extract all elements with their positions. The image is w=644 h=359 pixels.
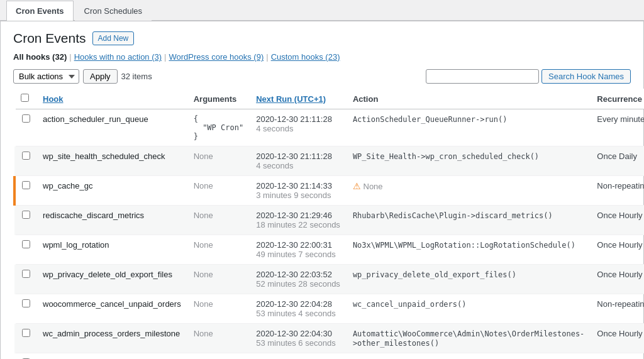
row-hook: wc_admin_process_orders_milestone	[36, 324, 187, 353]
filter-wp-core-hooks[interactable]: WordPress core hooks (9)	[169, 52, 264, 62]
row-checkbox-cell	[14, 206, 36, 235]
row-next-run: 2020-12-30 21:14:333 minutes 9 seconds	[250, 176, 347, 206]
row-hook: wpml_log_rotation	[36, 235, 187, 265]
row-checkbox-cell	[14, 294, 36, 324]
col-header-cb	[14, 89, 36, 109]
row-next-run: 2020-12-30 22:04:4053 minutes 16 seconds	[250, 353, 347, 360]
row-action: WordfenceLS\Controller_Time->_wordfence_…	[347, 353, 591, 360]
items-count: 32 items	[121, 72, 152, 81]
row-next-run: 2020-12-30 22:04:2853 minutes 4 seconds	[250, 294, 347, 324]
row-checkbox[interactable]	[22, 181, 30, 189]
row-next-run: 2020-12-30 21:29:4618 minutes 22 seconds	[250, 206, 347, 235]
row-hook: woocommerce_cancel_unpaid_orders	[36, 294, 187, 324]
row-checkbox[interactable]	[22, 211, 30, 219]
search-wrap: Search Hook Names	[426, 69, 631, 84]
select-all-checkbox[interactable]	[21, 94, 29, 102]
row-arguments: None	[187, 206, 250, 235]
filter-all-hooks[interactable]: All hooks (32)	[13, 52, 67, 62]
bulk-actions-wrap: Bulk actions Apply 32 items	[13, 69, 152, 84]
row-hook: wp_cache_gc	[36, 176, 187, 206]
row-recurrence: Once Hourly	[591, 265, 644, 294]
col-header-arguments: Arguments	[187, 89, 250, 109]
row-recurrence: Every minute	[591, 109, 644, 146]
row-arguments: None	[187, 265, 250, 294]
search-button[interactable]: Search Hook Names	[541, 69, 631, 84]
row-checkbox-cell	[14, 109, 36, 146]
row-checkbox[interactable]	[22, 152, 30, 160]
row-next-run: 2020-12-30 21:11:284 seconds	[250, 146, 347, 176]
row-action: Automattic\WooCommerce\Admin\Notes\Order…	[347, 324, 591, 353]
row-hook: wp_site_health_scheduled_check	[36, 146, 187, 176]
filter-hooks-no-action[interactable]: Hooks with no action (3)	[74, 52, 162, 62]
col-header-action: Action	[347, 89, 591, 109]
row-checkbox[interactable]	[22, 270, 30, 278]
row-next-run: 2020-12-30 22:04:3053 minutes 6 seconds	[250, 324, 347, 353]
main-content: Cron Events Add New All hooks (32) | Hoo…	[0, 21, 644, 359]
row-next-run: 2020-12-30 21:11:284 seconds	[250, 109, 347, 146]
filter-row: All hooks (32) | Hooks with no action (3…	[13, 52, 631, 62]
row-action: Rhubarb\RedisCache\Plugin->discard_metri…	[347, 206, 591, 235]
row-checkbox-cell	[14, 353, 36, 360]
apply-button[interactable]: Apply	[83, 69, 118, 84]
page-title-row: Cron Events Add New	[13, 31, 631, 46]
col-header-recurrence: Recurrence	[591, 89, 644, 109]
table-row: wp_privacy_delete_old_export_filesNone20…	[14, 265, 644, 294]
row-action: ActionScheduler_QueueRunner->run()	[347, 109, 591, 146]
row-arguments: { "WP Cron" }	[187, 109, 250, 146]
row-arguments: None	[187, 353, 250, 360]
table-row: wordfence_ls_ntp_cronNone2020-12-30 22:0…	[14, 353, 644, 360]
row-checkbox-cell	[14, 146, 36, 176]
row-recurrence: Once Daily	[591, 146, 644, 176]
row-recurrence: Once Hourly	[591, 353, 644, 360]
table-row: wp_cache_gcNone2020-12-30 21:14:333 minu…	[14, 176, 644, 206]
row-action: No3x\WPML\WPML_LogRotation::LogRotationS…	[347, 235, 591, 265]
cron-events-table: Hook Arguments Next Run (UTC+1) Action R…	[13, 89, 644, 359]
table-row: action_scheduler_run_queue{ "WP Cron" }2…	[14, 109, 644, 146]
table-row: rediscache_discard_metricsNone2020-12-30…	[14, 206, 644, 235]
row-action: WP_Site_Health->wp_cron_scheduled_check(…	[347, 146, 591, 176]
col-header-next-run[interactable]: Next Run (UTC+1)	[250, 89, 347, 109]
row-arguments: None	[187, 235, 250, 265]
row-checkbox[interactable]	[22, 240, 30, 248]
row-arguments: None	[187, 324, 250, 353]
warning-icon: ⚠	[353, 181, 361, 191]
add-new-button[interactable]: Add New	[92, 31, 135, 45]
row-arguments: None	[187, 294, 250, 324]
bulk-actions-select[interactable]: Bulk actions	[13, 69, 79, 84]
row-arguments: None	[187, 146, 250, 176]
tab-cron-events[interactable]: Cron Events	[6, 1, 74, 21]
row-hook: wordfence_ls_ntp_cron	[36, 353, 187, 360]
filter-custom-hooks[interactable]: Custom hooks (23)	[271, 52, 340, 62]
row-hook: rediscache_discard_metrics	[36, 206, 187, 235]
row-next-run: 2020-12-30 22:03:5252 minutes 28 seconds	[250, 265, 347, 294]
table-row: woocommerce_cancel_unpaid_ordersNone2020…	[14, 294, 644, 324]
tab-cron-schedules[interactable]: Cron Schedules	[75, 1, 152, 21]
row-checkbox[interactable]	[22, 299, 30, 307]
row-next-run: 2020-12-30 22:00:3149 minutes 7 seconds	[250, 235, 347, 265]
row-hook: action_scheduler_run_queue	[36, 109, 187, 146]
row-checkbox-cell	[14, 235, 36, 265]
row-arguments: None	[187, 176, 250, 206]
row-recurrence: Once Hourly	[591, 235, 644, 265]
row-checkbox[interactable]	[22, 329, 30, 337]
row-recurrence: Once Hourly	[591, 206, 644, 235]
row-checkbox[interactable]	[22, 114, 30, 123]
row-action: wp_privacy_delete_old_export_files()	[347, 265, 591, 294]
row-hook: wp_privacy_delete_old_export_files	[36, 265, 187, 294]
row-recurrence: Once Hourly	[591, 324, 644, 353]
table-row: wc_admin_process_orders_milestoneNone202…	[14, 324, 644, 353]
row-action: wc_cancel_unpaid_orders()	[347, 294, 591, 324]
col-header-hook[interactable]: Hook	[36, 89, 187, 109]
page-title: Cron Events	[13, 31, 86, 46]
table-row: wpml_log_rotationNone2020-12-30 22:00:31…	[14, 235, 644, 265]
row-checkbox-cell	[14, 324, 36, 353]
tabs-bar: Cron Events Cron Schedules	[0, 0, 644, 21]
row-recurrence: Non-repeating	[591, 294, 644, 324]
row-checkbox-cell	[14, 265, 36, 294]
search-input[interactable]	[426, 69, 539, 84]
row-checkbox-cell	[14, 176, 36, 206]
toolbar-row: Bulk actions Apply 32 items Search Hook …	[13, 69, 631, 84]
row-action: ⚠ None	[347, 176, 591, 206]
row-recurrence: Non-repeating	[591, 176, 644, 206]
table-row: wp_site_health_scheduled_checkNone2020-1…	[14, 146, 644, 176]
